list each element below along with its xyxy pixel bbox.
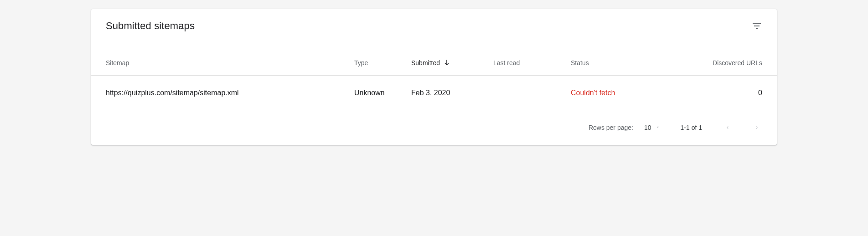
next-page-button[interactable] <box>751 122 762 133</box>
card-title: Submitted sitemaps <box>106 20 195 32</box>
cell-submitted: Feb 3, 2020 <box>411 89 493 97</box>
cell-type: Unknown <box>354 89 411 97</box>
cell-discovered: 0 <box>666 89 762 97</box>
column-sitemap[interactable]: Sitemap <box>106 59 354 67</box>
status-error-text: Couldn't fetch <box>571 89 615 97</box>
rows-per-page-label: Rows per page: <box>589 124 633 131</box>
rows-per-page-select[interactable]: 10 <box>644 124 661 131</box>
dropdown-icon <box>655 124 661 131</box>
page-range: 1-1 of 1 <box>681 124 702 131</box>
table-row[interactable]: https://quizplus.com/sitemap/sitemap.xml… <box>91 76 777 110</box>
column-status[interactable]: Status <box>571 59 666 67</box>
cell-status: Couldn't fetch <box>571 89 666 97</box>
sitemaps-table: Sitemap Type Submitted Last read Status … <box>91 50 777 145</box>
prev-page-button[interactable] <box>722 122 733 133</box>
column-submitted-label: Submitted <box>411 59 440 67</box>
column-lastread[interactable]: Last read <box>493 59 571 67</box>
filter-icon[interactable] <box>751 21 762 31</box>
column-submitted[interactable]: Submitted <box>411 59 493 67</box>
page-nav <box>722 122 762 133</box>
sitemaps-card: Submitted sitemaps Sitemap Type Submitte… <box>91 9 777 145</box>
rows-per-page-value: 10 <box>644 124 651 131</box>
column-type[interactable]: Type <box>354 59 411 67</box>
cell-sitemap-url: https://quizplus.com/sitemap/sitemap.xml <box>106 89 354 97</box>
table-header-row: Sitemap Type Submitted Last read Status … <box>91 50 777 76</box>
table-footer: Rows per page: 10 1-1 of 1 <box>91 110 777 145</box>
card-header: Submitted sitemaps <box>91 9 777 50</box>
column-discovered[interactable]: Discovered URLs <box>666 59 762 67</box>
sort-descending-icon <box>443 59 451 67</box>
